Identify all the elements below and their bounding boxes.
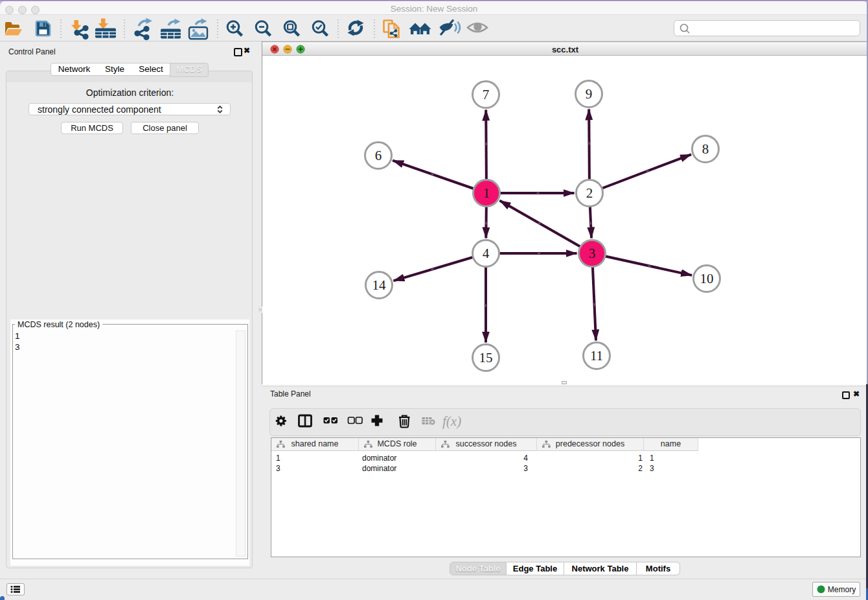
svg-text:15: 15 — [479, 350, 493, 365]
svg-text:8: 8 — [702, 141, 709, 157]
svg-text:f(x): f(x) — [442, 413, 461, 429]
svg-text:9: 9 — [586, 86, 593, 102]
svg-text:14: 14 — [372, 277, 387, 293]
svg-text:10: 10 — [700, 271, 714, 286]
svg-text:6: 6 — [375, 148, 382, 163]
svg-text:2: 2 — [586, 185, 593, 201]
svg-text:7: 7 — [483, 87, 490, 102]
svg-text:4: 4 — [483, 246, 490, 261]
svg-text:11: 11 — [590, 348, 603, 363]
svg-text:3: 3 — [589, 246, 596, 261]
svg-text:1: 1 — [483, 185, 490, 201]
